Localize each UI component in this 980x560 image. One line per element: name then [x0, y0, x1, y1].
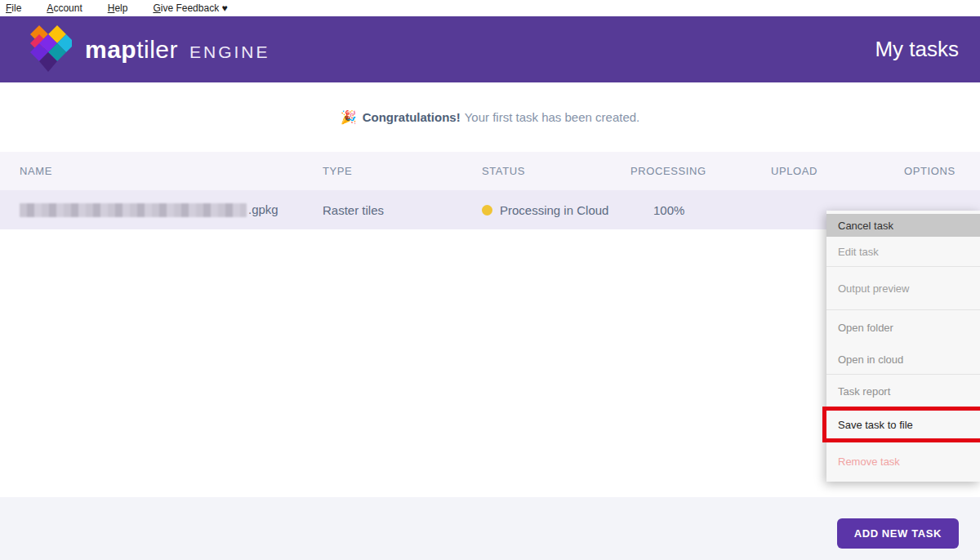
- task-name-redacted: [20, 203, 247, 217]
- add-new-task-button[interactable]: ADD NEW TASK: [837, 518, 959, 549]
- task-context-menu: Cancel task Edit task Output preview Ope…: [826, 211, 980, 482]
- column-header-type: TYPE: [323, 165, 482, 177]
- column-header-processing: PROCESSING: [630, 165, 771, 177]
- footer-bar: ADD NEW TASK: [0, 497, 980, 560]
- menu-item-open-folder[interactable]: Open folder: [826, 310, 980, 345]
- task-status-text: Processing in Cloud: [500, 203, 608, 217]
- save-task-to-file-label: Save task to file: [838, 419, 913, 431]
- party-popper-icon: 🎉: [341, 109, 357, 125]
- brand-tiler-text: tiler: [136, 36, 178, 64]
- menu-help[interactable]: Help: [108, 2, 128, 14]
- menu-item-open-in-cloud[interactable]: Open in cloud: [826, 345, 980, 374]
- window-menubar: File Account Help Give Feedback ♥: [0, 0, 980, 16]
- menu-item-edit-task: Edit task: [826, 237, 980, 266]
- app-header: maptiler ENGINE My tasks: [0, 16, 980, 82]
- task-status-cell: Processing in Cloud: [482, 203, 630, 217]
- menu-item-cancel-task[interactable]: Cancel task: [826, 214, 980, 237]
- banner-bold-text: Congratulations!: [363, 110, 461, 124]
- menu-account[interactable]: Account: [47, 2, 82, 14]
- menu-item-remove-task[interactable]: Remove task: [826, 442, 980, 482]
- column-header-upload: UPLOAD: [771, 165, 904, 177]
- column-header-options: OPTIONS: [904, 165, 980, 177]
- column-header-status: STATUS: [482, 165, 630, 177]
- table-header-row: NAME TYPE STATUS PROCESSING UPLOAD OPTIO…: [0, 152, 980, 190]
- task-name-suffix: .gpkg: [248, 202, 278, 216]
- banner-rest-text: Your first task has been created.: [465, 110, 640, 124]
- congratulations-banner: 🎉 Congratulations! Your first task has b…: [0, 82, 980, 152]
- task-type-cell: Raster tiles: [323, 203, 482, 217]
- maptiler-pin-icon: [24, 25, 72, 74]
- menu-item-save-task-to-file[interactable]: Save task to file: [826, 408, 980, 442]
- status-dot-icon: [482, 205, 492, 216]
- menu-give-feedback[interactable]: Give Feedback ♥: [153, 2, 227, 14]
- brand-map-text: map: [85, 36, 136, 64]
- column-header-name: NAME: [0, 165, 323, 177]
- brand-wordmark: maptiler ENGINE: [85, 36, 270, 64]
- task-processing-cell: 100%: [630, 203, 771, 217]
- menu-item-output-preview: Output preview: [826, 267, 980, 309]
- task-name-cell: .gpkg: [0, 202, 323, 218]
- menu-item-task-report[interactable]: Task report: [826, 375, 980, 408]
- page-title: My tasks: [875, 37, 959, 62]
- maptiler-logo: maptiler ENGINE: [24, 25, 270, 74]
- menu-file[interactable]: File: [6, 2, 21, 14]
- brand-engine-text: ENGINE: [189, 42, 270, 62]
